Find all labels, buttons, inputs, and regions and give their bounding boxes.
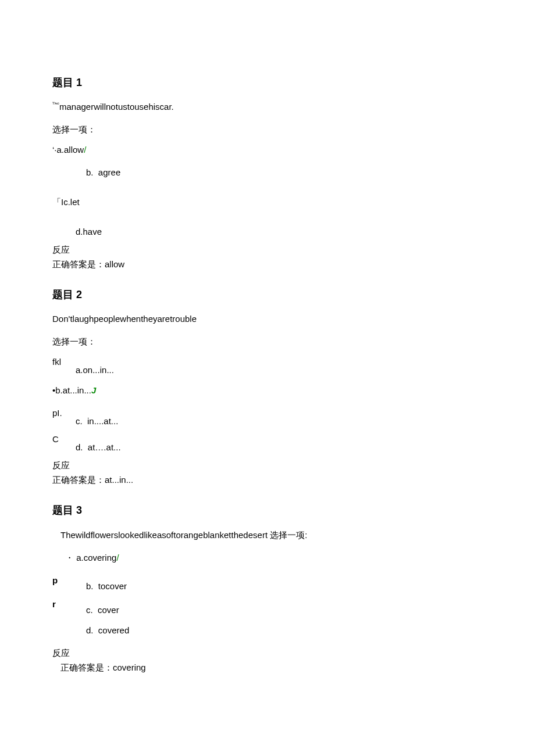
question-3-option-a: ・ a.covering/ <box>52 551 483 564</box>
feedback-title: 反应 <box>52 459 483 471</box>
question-3-option-c: r c. cover <box>52 598 483 616</box>
option-a-side: fkl <box>52 356 76 368</box>
feedback-text: 正确答案是：allow <box>52 258 483 270</box>
question-2-feedback: 反应 正确答案是：at...in... <box>52 459 483 486</box>
option-a-text: allow <box>64 145 84 155</box>
question-1-title: 题目 1 <box>52 76 483 90</box>
option-a-prefix: ‘·a. <box>52 145 64 155</box>
option-d-side: C <box>52 433 76 445</box>
option-c-text: let <box>70 197 80 207</box>
question-2-option-a: fkl a.on...in... <box>52 356 483 376</box>
question-2-option-d: C d. at….at... <box>52 433 483 453</box>
option-c-side: r <box>52 598 76 610</box>
option-d-marker: d. <box>76 442 83 452</box>
question-2-option-b: •b.at...in...J <box>52 384 483 396</box>
option-b-text: at...in... <box>63 385 91 395</box>
option-c-marker: c. <box>76 416 83 426</box>
question-3-option-b: p b. tocover <box>52 574 483 592</box>
question-2-option-c: pI. c. in....at... <box>52 407 483 427</box>
option-d-text: covered <box>98 625 129 635</box>
question-1-text-body: managerwillnotustousehiscar. <box>59 102 174 112</box>
option-d-marker: d. <box>86 625 94 635</box>
option-d-text: at….at... <box>88 442 121 452</box>
option-b-text: agree <box>98 167 120 177</box>
option-d-text: have <box>83 227 102 237</box>
option-a-text: on...in... <box>83 365 114 375</box>
feedback-text: 正确答案是：covering <box>52 661 483 673</box>
check-icon: J <box>91 385 96 395</box>
question-3-text: Thewildflowerslookedlikeasoftorangeblank… <box>52 529 483 541</box>
option-d-marker: d. <box>76 227 83 237</box>
question-1-text: ᵀʰᵉmanagerwillnotustousehiscar. <box>52 101 483 113</box>
option-a-text: covering <box>84 553 117 562</box>
page: 题目 1 ᵀʰᵉmanagerwillnotustousehiscar. 选择一… <box>0 0 535 756</box>
feedback-title: 反应 <box>52 647 483 659</box>
option-a-prefix: ・ a. <box>65 553 84 562</box>
question-1-feedback: 反应 正确答案是：allow <box>52 243 483 270</box>
option-b-prefix: •b. <box>52 385 63 395</box>
option-c-marker: c. <box>86 605 93 615</box>
question-1-option-d: d.have <box>52 225 483 238</box>
option-c-text: cover <box>98 605 119 615</box>
question-2-text: Don'tlaughpeoplewhentheyaretrouble <box>52 313 483 325</box>
check-icon: / <box>116 553 119 562</box>
question-3-title: 题目 3 <box>52 503 483 518</box>
option-c-text: in....at... <box>87 416 118 426</box>
option-c-side: pI. <box>52 407 76 419</box>
option-c-prefix: 「I <box>52 197 63 207</box>
option-b-marker: b. <box>86 167 94 177</box>
question-1-select-prompt: 选择一项： <box>52 123 483 135</box>
option-b-side: p <box>52 574 76 586</box>
option-c-marker: c. <box>63 197 70 207</box>
option-b-text: tocover <box>98 581 127 591</box>
question-1-option-c: 「Ic.let <box>52 196 483 208</box>
question-2-select-prompt: 选择一项： <box>52 335 483 347</box>
question-1-option-a: ‘·a.allow/ <box>52 144 483 156</box>
question-3-feedback: 反应 正确答案是：covering <box>52 647 483 673</box>
option-b-marker: b. <box>86 581 94 591</box>
question-1-text-sup: ᵀʰᵉ <box>52 101 59 108</box>
feedback-title: 反应 <box>52 243 483 256</box>
feedback-text: 正确答案是：at...in... <box>52 474 483 486</box>
question-3-option-d: d. covered <box>52 624 483 636</box>
question-2-title: 题目 2 <box>52 288 483 302</box>
option-a-marker: a. <box>76 365 83 375</box>
check-icon: / <box>84 145 86 155</box>
question-1-option-b: b. agree <box>52 166 483 178</box>
